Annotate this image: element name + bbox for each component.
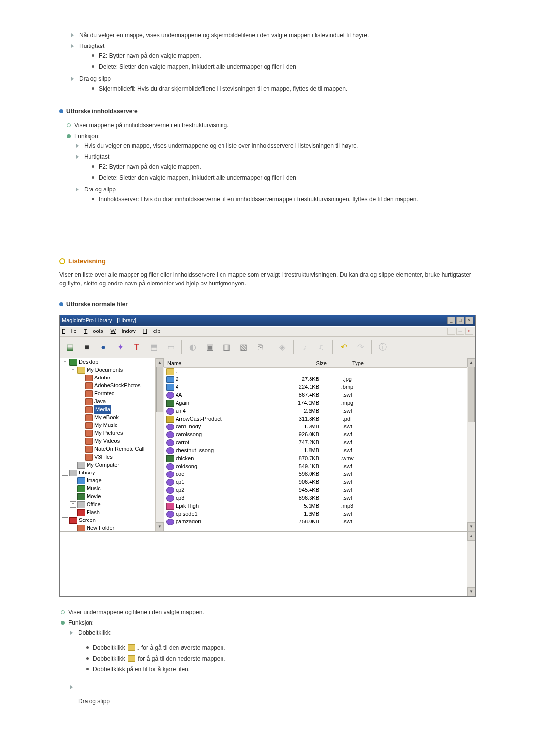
file-row[interactable]: carolssong926.0KB.swf [164, 431, 475, 439]
scroll-down-button[interactable]: ▼ [467, 587, 475, 596]
tool-button[interactable]: ✦ [113, 340, 127, 354]
file-row[interactable]: episode11.3MB.swf [164, 510, 475, 518]
tree-row[interactable]: NateOn Remote Call [60, 445, 164, 453]
tree-row[interactable]: -Desktop [60, 358, 164, 366]
scroll-up-button[interactable]: ▲ [467, 358, 475, 367]
menu-tools[interactable]: Tools [84, 328, 103, 334]
tool-button[interactable]: ◈ [275, 340, 289, 354]
tree-row[interactable]: Formtec [60, 390, 164, 398]
file-row[interactable]: ep1906.4KB.swf [164, 478, 475, 486]
expand-toggle[interactable]: - [62, 517, 68, 523]
tree-row[interactable]: Flash [60, 509, 164, 517]
tree-row[interactable]: +Office [60, 501, 164, 509]
lib-icon [69, 470, 77, 476]
tree-pane[interactable]: -Desktop-My DocumentsAdobeAdobeStockPhot… [60, 358, 164, 531]
file-row[interactable]: gamzadori758.0KB.swf [164, 518, 475, 526]
scrollbar[interactable]: ▲ ▼ [155, 358, 164, 531]
file-row[interactable]: ani42.6MB.swf [164, 407, 475, 415]
file-name: carrot [176, 438, 189, 447]
separator [293, 340, 294, 354]
file-list[interactable]: ..227.8KB.jpg4224.1KB.bmp4A867.4KB.swfAg… [164, 368, 475, 531]
expand-toggle[interactable]: - [62, 470, 68, 476]
tool-undo-icon[interactable]: ↶ [337, 340, 351, 354]
menu-help[interactable]: Help [143, 328, 161, 334]
tool-copy-icon[interactable]: ⎘ [253, 340, 267, 354]
tree-row[interactable]: Movie [60, 493, 164, 501]
tree-row[interactable]: -Screen [60, 517, 164, 524]
mdi-restore[interactable]: ▭ [456, 328, 464, 335]
file-row[interactable]: ArrowCast-Product311.8KB.pdf [164, 415, 475, 423]
minimize-button[interactable]: _ [447, 317, 455, 324]
col-type[interactable]: Type [330, 358, 386, 367]
tool-button[interactable]: ▧ [236, 340, 250, 354]
tree-row[interactable]: Adobe [60, 374, 164, 382]
mdi-buttons: _ ▭ × [447, 328, 473, 335]
sub-item: Delete: Sletter den valgte mappen, inklu… [99, 61, 475, 72]
tool-text-icon[interactable]: T [130, 340, 144, 354]
tree-row[interactable]: My Videos [60, 437, 164, 445]
expand-toggle[interactable]: + [70, 462, 76, 468]
tree-row[interactable]: V3Files [60, 453, 164, 461]
file-row[interactable]: ep2945.4KB.swf [164, 486, 475, 494]
file-row[interactable]: coldsong549.1KB.swf [164, 463, 475, 471]
tree-row[interactable]: AdobeStockPhotos [60, 382, 164, 390]
file-row[interactable]: doc598.0KB.swf [164, 471, 475, 478]
tool-button[interactable]: ■ [80, 340, 93, 354]
file-row[interactable]: carrot747.2KB.swf [164, 439, 475, 447]
file-row[interactable]: 4224.1KB.bmp [164, 383, 475, 391]
scroll-thumb[interactable] [156, 367, 163, 412]
expand-toggle[interactable]: - [70, 367, 76, 373]
file-row[interactable]: card_body1.2MB.swf [164, 423, 475, 431]
tree-row[interactable]: My Pictures [60, 429, 164, 437]
tool-button[interactable]: ▭ [164, 340, 178, 354]
scrollbar[interactable]: ▲ ▼ [467, 358, 475, 531]
list-item: Viser undermappene og filene i den valgt… [68, 607, 475, 617]
col-size[interactable]: Size [274, 358, 330, 367]
scroll-thumb[interactable] [468, 367, 475, 422]
tree-row[interactable]: Music [60, 485, 164, 493]
file-row[interactable]: Epik High5.1MB.mp3 [164, 502, 475, 510]
tool-button[interactable]: ♪ [298, 340, 312, 354]
tool-button[interactable]: ⬒ [147, 340, 161, 354]
expand-toggle[interactable]: + [70, 501, 76, 508]
menu-window[interactable]: Window [111, 328, 136, 334]
tool-button[interactable]: ● [96, 340, 110, 354]
tree-row[interactable]: Image [60, 477, 164, 485]
separator [332, 340, 333, 354]
col-name[interactable]: Name [164, 358, 274, 367]
mdi-minimize[interactable]: _ [447, 328, 455, 335]
file-row[interactable]: Again174.0MB.mpg [164, 399, 475, 407]
tool-button[interactable]: ▣ [203, 340, 217, 354]
tree-row[interactable]: New Folder [60, 524, 164, 531]
close-button[interactable]: × [465, 317, 473, 324]
tree-row[interactable]: +My Computer [60, 461, 164, 469]
file-row[interactable]: chicken870.7KB.wmv [164, 455, 475, 463]
tree-row[interactable]: -My Documents [60, 366, 164, 374]
tree-row[interactable]: Media [60, 406, 164, 414]
tool-button[interactable]: ▥ [220, 340, 233, 354]
scroll-up-button[interactable]: ▲ [467, 532, 475, 541]
tree-row[interactable]: Java [60, 398, 164, 406]
scrollbar[interactable]: ▲ ▼ [467, 532, 475, 596]
file-type: .swf [322, 446, 372, 455]
file-row[interactable]: ep3896.3KB.swf [164, 494, 475, 502]
tool-screen-icon[interactable]: ▤ [63, 340, 77, 354]
expand-toggle[interactable]: - [62, 359, 68, 365]
scroll-down-button[interactable]: ▼ [156, 522, 164, 531]
maximize-button[interactable]: □ [456, 317, 464, 324]
tool-button[interactable]: ◐ [186, 340, 200, 354]
tree-row[interactable]: My Music [60, 422, 164, 429]
file-row[interactable]: .. [164, 368, 475, 376]
tree-row[interactable]: -Library [60, 469, 164, 477]
tool-info-icon[interactable]: ⓘ [376, 340, 390, 354]
file-row[interactable]: 227.8KB.jpg [164, 376, 475, 383]
mdi-close[interactable]: × [465, 328, 473, 335]
menu-file[interactable]: File [62, 328, 77, 334]
tree-row[interactable]: My eBook [60, 414, 164, 422]
file-row[interactable]: chestnut_ssong1.8MB.swf [164, 447, 475, 455]
scroll-down-button[interactable]: ▼ [467, 522, 475, 531]
file-row[interactable]: 4A867.4KB.swf [164, 391, 475, 399]
tool-redo-icon[interactable]: ↷ [354, 340, 367, 354]
tool-button[interactable]: ♫ [314, 340, 328, 354]
scroll-up-button[interactable]: ▲ [156, 358, 164, 367]
